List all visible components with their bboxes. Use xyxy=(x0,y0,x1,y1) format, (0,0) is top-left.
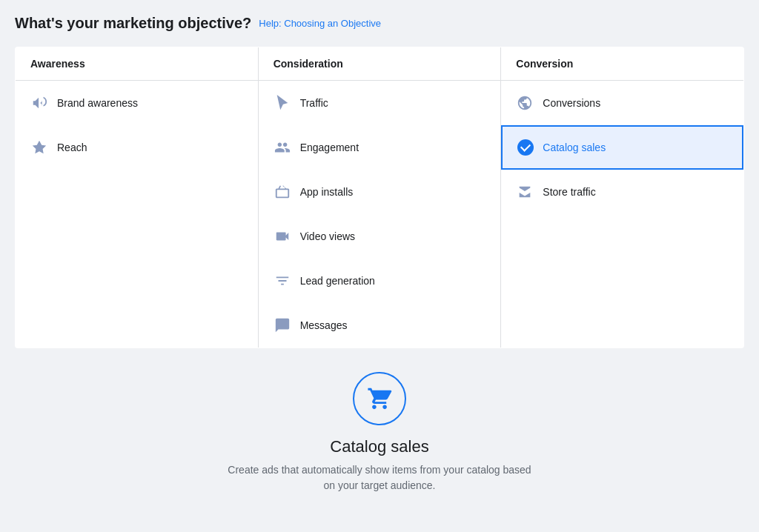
conversion-cell-5 xyxy=(501,259,744,303)
table-row-3: App installs Store traffic xyxy=(16,170,744,214)
people-icon xyxy=(274,139,291,156)
app-installs-label: App installs xyxy=(300,186,354,198)
table-row: Brand awareness Traffic xyxy=(16,81,744,126)
catalog-sales-label: Catalog sales xyxy=(543,142,606,153)
chat-icon xyxy=(274,316,291,334)
filter-icon xyxy=(274,272,291,290)
help-link[interactable]: Help: Choosing an Objective xyxy=(259,18,381,29)
messages-item[interactable]: Messages xyxy=(259,303,501,348)
traffic-item[interactable]: Traffic xyxy=(259,81,501,125)
megaphone-icon xyxy=(30,94,48,112)
table-row-5: Lead generation xyxy=(16,259,744,303)
messages-label: Messages xyxy=(300,319,348,331)
consideration-cell-3: App installs xyxy=(258,170,501,214)
table-row-2: Reach Engagement Catalog sal xyxy=(16,125,744,170)
cursor-icon xyxy=(274,94,291,112)
awareness-empty-5 xyxy=(16,259,258,303)
app-installs-item[interactable]: App installs xyxy=(259,170,501,214)
brand-awareness-label: Brand awareness xyxy=(57,97,138,109)
globe-icon xyxy=(516,94,534,112)
selected-objective-title: Catalog sales xyxy=(330,437,428,456)
lead-generation-item[interactable]: Lead generation xyxy=(259,259,501,303)
awareness-cell-2: Reach xyxy=(16,125,259,170)
table-row-6: Messages xyxy=(16,303,744,348)
conversion-cell-3: Store traffic xyxy=(501,170,744,214)
conversion-cell-6 xyxy=(501,303,744,348)
conversion-cell-1: Conversions xyxy=(501,81,744,126)
table-row-4: Video views xyxy=(16,214,744,259)
video-views-item[interactable]: Video views xyxy=(259,214,501,259)
awareness-cell-5 xyxy=(16,259,259,303)
selected-objective-icon xyxy=(353,372,406,425)
video-icon xyxy=(274,227,291,245)
reach-label: Reach xyxy=(57,142,87,153)
consideration-cell-1: Traffic xyxy=(258,81,501,126)
awareness-empty-3 xyxy=(16,170,258,214)
engagement-item[interactable]: Engagement xyxy=(259,125,501,170)
conversion-empty-5 xyxy=(501,259,743,303)
selected-objective-detail: Catalog sales Create ads that automatica… xyxy=(15,372,744,508)
awareness-cell-4 xyxy=(16,214,259,259)
box-icon xyxy=(274,183,291,201)
conversion-empty-4 xyxy=(501,214,743,259)
reach-item[interactable]: Reach xyxy=(16,125,258,170)
lead-generation-label: Lead generation xyxy=(300,275,375,287)
awareness-cell-1: Brand awareness xyxy=(16,81,259,126)
conversions-item[interactable]: Conversions xyxy=(501,81,743,125)
check-icon xyxy=(517,139,534,156)
consideration-cell-5: Lead generation xyxy=(258,259,501,303)
objectives-table: Awareness Consideration Conversion Brand… xyxy=(15,47,744,348)
awareness-empty-4 xyxy=(16,214,258,259)
brand-awareness-item[interactable]: Brand awareness xyxy=(16,81,258,125)
reach-icon xyxy=(30,139,48,156)
store-traffic-item[interactable]: Store traffic xyxy=(501,170,743,214)
video-views-label: Video views xyxy=(300,230,355,242)
awareness-empty-6 xyxy=(16,303,258,348)
conversion-cell-2: Catalog sales xyxy=(501,125,744,170)
store-traffic-label: Store traffic xyxy=(543,186,595,198)
col-header-awareness: Awareness xyxy=(16,47,259,81)
conversion-cell-4 xyxy=(501,214,744,259)
page-title: What's your marketing objective? xyxy=(15,15,251,32)
col-header-conversion: Conversion xyxy=(501,47,744,81)
page-header: What's your marketing objective? Help: C… xyxy=(15,15,744,32)
consideration-cell-4: Video views xyxy=(258,214,501,259)
col-header-consideration: Consideration xyxy=(258,47,501,81)
consideration-cell-6: Messages xyxy=(258,303,501,348)
selected-objective-description: Create ads that automatically show items… xyxy=(224,462,535,493)
consideration-cell-2: Engagement xyxy=(258,125,501,170)
conversion-empty-6 xyxy=(501,303,743,348)
conversions-label: Conversions xyxy=(543,97,600,109)
traffic-label: Traffic xyxy=(300,97,328,109)
engagement-label: Engagement xyxy=(300,142,359,153)
awareness-cell-6 xyxy=(16,303,259,348)
awareness-cell-3 xyxy=(16,170,259,214)
catalog-sales-item[interactable]: Catalog sales xyxy=(501,125,743,170)
store-icon xyxy=(516,183,534,201)
